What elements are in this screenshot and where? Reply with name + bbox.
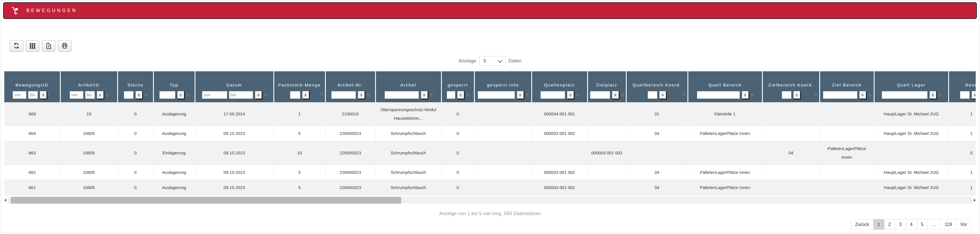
filter-input[interactable] (590, 91, 610, 99)
clear-filter-button[interactable]: x (859, 91, 866, 99)
sort-icon[interactable]: ↑↓ (144, 92, 147, 97)
cell: HauptLager St. Michael 2UG (874, 126, 948, 141)
clear-filter-button[interactable]: x (255, 91, 262, 99)
cell: PalletenLagerPlätze innen (819, 141, 874, 165)
clear-filter-button[interactable]: x (567, 91, 574, 99)
clear-filter-button[interactable]: x (659, 91, 666, 99)
sort-icon[interactable]: ↑↓ (525, 92, 528, 97)
filter-von-input[interactable] (13, 91, 26, 99)
sort-icon[interactable]: ↑↓ (576, 92, 579, 97)
cell: HauptLager St. Michael 2UG (874, 180, 948, 195)
filter-input[interactable] (648, 91, 657, 99)
cell (819, 126, 874, 141)
column-label: ArtikelID (61, 82, 117, 89)
clear-filter-button[interactable]: x (793, 91, 800, 99)
cell: 2100010 (325, 102, 375, 126)
clear-filter-button[interactable]: x (612, 91, 619, 99)
clear-filter-button[interactable]: x (421, 91, 428, 99)
grid-icon (30, 43, 35, 49)
next-page-button[interactable]: Vor (956, 219, 971, 230)
filter-row: x↑↓ (820, 91, 874, 99)
sort-icon[interactable]: ↑↓ (105, 92, 108, 97)
filter-input[interactable] (782, 91, 791, 99)
clear-filter-button[interactable]: x (971, 91, 976, 99)
clear-filter-button[interactable]: x (135, 91, 142, 99)
sort-icon[interactable]: ↑↓ (320, 91, 323, 97)
clear-filter-button[interactable]: x (40, 91, 47, 99)
previous-page-button[interactable]: Zurück (851, 219, 873, 230)
sort-icon[interactable]: ↑↓ (938, 92, 941, 97)
sort-icon[interactable]: ↑↓ (366, 92, 369, 97)
page-button-2[interactable]: 2 (884, 219, 895, 230)
sort-desc-arrow: ↓ (577, 92, 579, 97)
filter-bis-input[interactable] (28, 91, 38, 99)
clear-filter-button[interactable]: x (302, 91, 309, 99)
clear-filter-button[interactable]: x (457, 91, 464, 99)
sort-icon[interactable]: ↑↓ (868, 92, 871, 97)
rows-per-page-control: Anzeige 5 Zeilen (1, 56, 979, 65)
filter-input[interactable] (960, 91, 970, 99)
filter-von-input[interactable] (70, 91, 83, 99)
cell (819, 180, 874, 195)
filter-input[interactable] (447, 91, 455, 99)
cell: 1 (948, 126, 976, 141)
filter-von-input[interactable] (202, 91, 227, 99)
clear-filter-button[interactable]: x (929, 91, 937, 99)
page-button-1[interactable]: 1 (873, 219, 884, 230)
filter-bis-input[interactable] (85, 91, 95, 99)
sort-icon[interactable]: ↑↓ (466, 92, 469, 97)
filter-input[interactable] (478, 91, 515, 99)
cell: Schrumpfschlauch (375, 180, 441, 195)
refresh-button[interactable] (10, 40, 23, 52)
rows-per-page-select[interactable]: 5 (479, 56, 506, 65)
sort-icon[interactable]: ↑↓ (48, 92, 51, 97)
cell: 000003 001 002 (531, 180, 587, 195)
scroll-left-arrow-icon[interactable] (4, 199, 6, 202)
cell (819, 102, 874, 126)
filter-input[interactable] (385, 91, 419, 99)
cell: Auslagerung (153, 165, 195, 180)
sort-icon[interactable]: ↑↓ (264, 92, 266, 97)
page-button-4[interactable]: 4 (906, 219, 917, 230)
cell: 0 (441, 165, 474, 180)
filter-input[interactable] (290, 91, 300, 99)
sort-icon[interactable]: ↑↓ (682, 91, 685, 97)
page-button-5[interactable]: 5 (917, 219, 928, 230)
scrollbar-track[interactable] (8, 197, 972, 204)
page-button-119[interactable]: 119 (940, 219, 956, 230)
clear-filter-button[interactable]: x (97, 91, 104, 99)
sort-icon[interactable]: ↑↓ (186, 92, 189, 97)
filter-input[interactable] (541, 91, 565, 99)
scrollbar-thumb[interactable] (11, 197, 401, 204)
column-label: Zielplatz (588, 82, 626, 89)
filter-bis-input[interactable] (229, 91, 253, 99)
sort-icon[interactable]: ↑↓ (814, 91, 817, 97)
cell: 669 (4, 102, 60, 126)
cell: 5 (274, 180, 325, 195)
columns-button[interactable] (26, 40, 39, 52)
filter-input[interactable] (697, 91, 740, 99)
filter-input[interactable] (882, 91, 928, 99)
clear-filter-button[interactable]: x (177, 91, 184, 99)
clear-filter-button[interactable]: x (358, 91, 365, 99)
sort-desc-arrow: ↓ (188, 92, 189, 97)
filter-input[interactable] (124, 91, 134, 99)
sort-icon[interactable]: ↑↓ (430, 92, 433, 97)
filter-input[interactable] (823, 91, 858, 99)
cell: 0 (441, 126, 474, 141)
clear-filter-button[interactable]: x (741, 91, 749, 99)
filter-row: x↑↓ (949, 91, 976, 99)
filter-input[interactable] (159, 91, 175, 99)
print-button[interactable] (58, 40, 72, 52)
filter-input[interactable] (331, 91, 356, 99)
column-label: Typ (154, 82, 194, 89)
sort-desc-arrow: ↓ (431, 92, 433, 97)
page-button-3[interactable]: 3 (895, 219, 906, 230)
rows-per-page-select-wrap: 5 (479, 56, 506, 65)
cell: 1 (948, 180, 976, 195)
sort-icon[interactable]: ↑↓ (620, 92, 624, 97)
excel-export-button[interactable]: x (42, 40, 55, 52)
sort-icon[interactable]: ↑↓ (751, 92, 753, 97)
clear-filter-button[interactable]: x (517, 91, 524, 99)
scroll-right-arrow-icon[interactable] (974, 199, 976, 202)
